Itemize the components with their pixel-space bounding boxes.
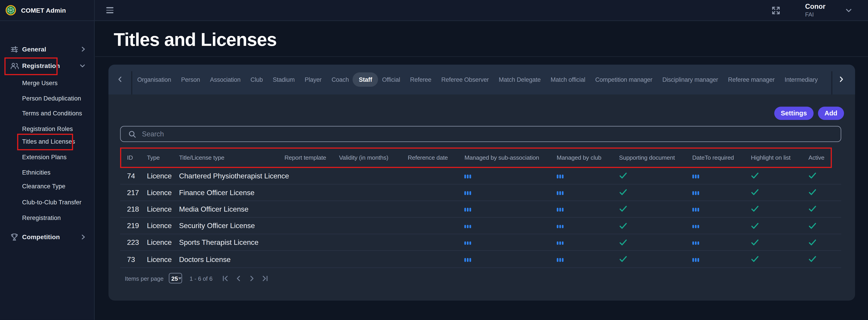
cell-type: Licence	[147, 172, 179, 180]
tab-competition-manager[interactable]: Competition manager	[595, 76, 652, 82]
next-page-icon[interactable]	[248, 275, 255, 281]
tab-referee[interactable]: Referee	[410, 76, 431, 82]
cell-id: 74	[120, 172, 147, 180]
highlight-on-list-check-icon	[751, 239, 808, 246]
col-header-report-template: Report template	[285, 154, 339, 161]
managed-by-sub-association-menu-icon[interactable]	[464, 208, 466, 212]
chevron-down-icon[interactable]	[845, 8, 851, 12]
sidebar-item-club-to-club-transfer[interactable]: Club-to-Club Transfer	[0, 195, 94, 210]
page-size-select[interactable]: 25	[168, 273, 182, 284]
tab-organisation[interactable]: Organisation	[137, 76, 171, 82]
cell-type: Licence	[147, 188, 179, 197]
sidebar-item-general[interactable]: General	[0, 42, 94, 57]
hamburger-menu-icon[interactable]	[106, 7, 113, 13]
tab-staff[interactable]: Staff	[353, 72, 378, 86]
dateto-required-menu-icon[interactable]	[692, 191, 694, 195]
chevron-right-icon	[81, 234, 85, 240]
dateto-required-menu-icon[interactable]	[692, 175, 694, 178]
cell-title-license-type: Sports Therapist Licence	[179, 238, 284, 247]
sidebar-item-person-deduplication[interactable]: Person Deduplication	[0, 91, 94, 105]
tab-club[interactable]: Club	[250, 76, 262, 82]
search-input[interactable]	[141, 130, 840, 138]
tabs-scroll-right-icon[interactable]	[839, 64, 843, 94]
pagination-nav	[222, 275, 269, 281]
managed-by-sub-association-menu-icon[interactable]	[464, 191, 466, 195]
user-org: FAI	[805, 11, 826, 17]
tab-association[interactable]: Association	[210, 76, 241, 82]
tab-person[interactable]: Person	[181, 76, 200, 82]
managed-by-club-menu-icon[interactable]	[557, 191, 558, 195]
main-content: Titles and Licenses Organisation Person …	[95, 21, 868, 320]
managed-by-club-menu-icon[interactable]	[557, 258, 558, 262]
sidebar-item-label: Merge Users	[22, 79, 58, 86]
managed-by-sub-association-menu-icon[interactable]	[464, 258, 466, 262]
col-header-managed-by-club: Managed by club	[557, 154, 619, 161]
tab-referee-manager[interactable]: Referee manager	[728, 76, 775, 82]
managed-by-club-menu-icon[interactable]	[557, 241, 558, 245]
managed-by-club-menu-icon[interactable]	[557, 225, 558, 228]
sidebar-item-registration[interactable]: Registration	[0, 58, 94, 73]
sidebar-item-extension-plans[interactable]: Extension Plans	[0, 149, 94, 164]
sidebar-item-titles-and-licenses[interactable]: Titles and Licenses	[0, 134, 94, 149]
dateto-required-menu-icon[interactable]	[692, 225, 694, 228]
tab-coach[interactable]: Coach	[332, 76, 349, 82]
managed-by-club-menu-icon[interactable]	[557, 208, 558, 212]
trophy-icon	[10, 233, 18, 241]
tabs-bar: Organisation Person Association Club Sta…	[108, 64, 855, 94]
add-button[interactable]: Add	[818, 107, 844, 120]
sidebar-item-label: Competition	[22, 234, 60, 240]
col-header-supporting-document: Supporting document	[619, 154, 692, 161]
search-icon	[128, 130, 136, 138]
supporting-document-check-icon	[619, 173, 692, 179]
fullscreen-icon[interactable]	[771, 6, 780, 15]
sidebar-item-merge-users[interactable]: Merge Users	[0, 75, 94, 90]
managed-by-sub-association-menu-icon[interactable]	[464, 241, 466, 245]
sidebar-item-label: General	[22, 46, 46, 52]
table-row: 218LicenceMedia Officer License	[120, 201, 841, 218]
tabs-scroll-left-icon[interactable]	[118, 64, 122, 94]
highlight-on-list-check-icon	[751, 222, 808, 229]
sidebar-item-label: Person Deduplication	[22, 95, 81, 101]
sidebar-item-label: Clearance Type	[22, 183, 65, 189]
settings-button[interactable]: Settings	[774, 107, 814, 120]
sidebar-item-clearance-type[interactable]: Clearance Type	[0, 179, 94, 193]
tabs-list: Organisation Person Association Club Sta…	[137, 64, 819, 94]
supporting-document-check-icon	[619, 206, 692, 212]
sidebar-item-terms-and-conditions[interactable]: Terms and Conditions	[0, 106, 94, 121]
user-menu[interactable]: Conor FAI	[805, 3, 826, 17]
first-page-icon[interactable]	[222, 275, 228, 281]
managed-by-sub-association-menu-icon[interactable]	[464, 175, 466, 178]
cell-title-license-type: Doctors License	[179, 255, 284, 263]
tab-intermediary[interactable]: Intermediary	[784, 76, 818, 82]
sidebar-item-competition[interactable]: Competition	[0, 230, 94, 245]
tab-referee-observer[interactable]: Referee Observer	[441, 76, 489, 82]
cell-title-license-type: Finance Officer License	[179, 188, 284, 197]
comet-logo-icon	[5, 5, 16, 15]
managed-by-sub-association-menu-icon[interactable]	[464, 225, 466, 228]
dateto-required-menu-icon[interactable]	[692, 208, 694, 212]
cell-type: Licence	[147, 238, 179, 247]
tab-match-delegate[interactable]: Match Delegate	[499, 76, 541, 82]
last-page-icon[interactable]	[262, 275, 268, 281]
tab-player[interactable]: Player	[305, 76, 322, 82]
tab-stadium[interactable]: Stadium	[273, 76, 295, 82]
active-check-icon	[808, 256, 841, 262]
cell-id: 219	[120, 221, 147, 230]
tab-official[interactable]: Official	[382, 76, 400, 82]
col-header-id: ID	[120, 154, 147, 161]
managed-by-club-menu-icon[interactable]	[557, 175, 558, 178]
sidebar-item-reregistration[interactable]: Reregistration	[0, 210, 94, 225]
brand-title: COMET Admin	[21, 7, 66, 13]
col-header-type: Type	[147, 154, 179, 161]
cell-title-license-type: Media Officer License	[179, 205, 284, 213]
tab-disciplinary-manager[interactable]: Disciplinary manager	[662, 76, 718, 82]
tab-match-official[interactable]: Match official	[551, 76, 585, 82]
previous-page-icon[interactable]	[235, 275, 242, 281]
dateto-required-menu-icon[interactable]	[692, 258, 694, 262]
sidebar-item-ethnicities[interactable]: Ethnicities	[0, 165, 94, 180]
titles-table: ID Type Title/License type Report templa…	[120, 147, 841, 268]
table-header-row: ID Type Title/License type Report templa…	[120, 147, 841, 168]
dateto-required-menu-icon[interactable]	[692, 241, 694, 245]
tabs-right-divider	[831, 71, 832, 94]
cell-id: 223	[120, 238, 147, 247]
